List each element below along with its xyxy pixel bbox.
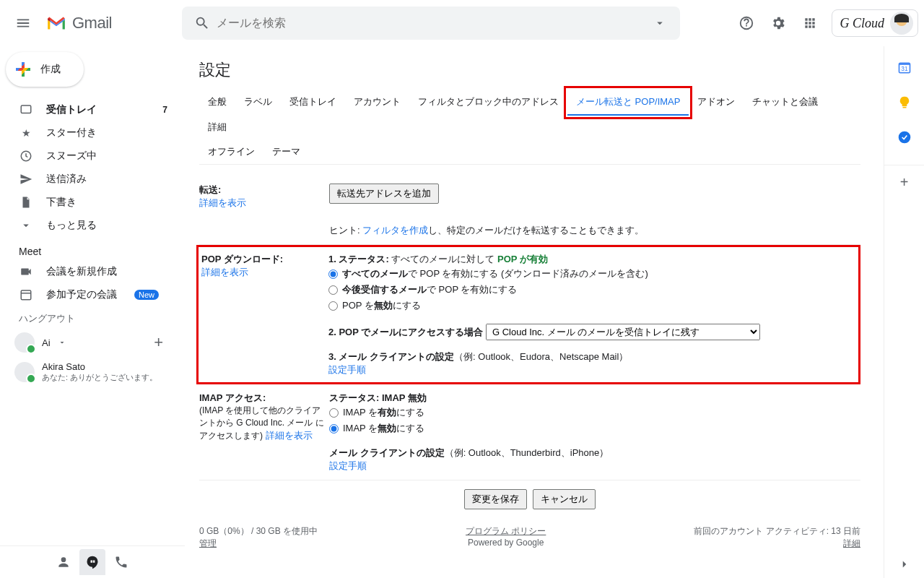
nav-label: 下書き xyxy=(46,196,77,209)
hangouts-tab[interactable] xyxy=(79,549,105,575)
pop-radio-disable[interactable] xyxy=(328,301,338,311)
pop-radio-all[interactable] xyxy=(328,269,338,279)
pop-option-disable[interactable]: POP を無効にする xyxy=(328,298,853,314)
contact-last-message: あなた: ありがとうございます。 xyxy=(42,372,157,383)
nav-inbox[interactable]: 受信トレイ 7 xyxy=(0,98,176,121)
account-switcher[interactable]: G Cloud xyxy=(832,9,918,37)
pop-option-new[interactable]: 今後受信するメールで POP を有効にする xyxy=(328,282,853,298)
imap-radio-enable[interactable] xyxy=(329,408,339,418)
activity-details-link[interactable]: 詳細 xyxy=(843,538,860,548)
add-hangout-button[interactable]: + xyxy=(154,333,176,352)
manage-storage-link[interactable]: 管理 xyxy=(199,538,217,548)
nav-label: 会議を新規作成 xyxy=(46,265,117,278)
tab-general[interactable]: 全般 xyxy=(199,90,235,115)
person-icon xyxy=(56,555,71,569)
program-policy-link[interactable]: プログラム ポリシー xyxy=(466,526,546,536)
tab-filters[interactable]: フィルタとブロック中のアドレス xyxy=(409,90,567,115)
imap-status-label: ステータス: xyxy=(329,392,379,403)
chevron-right-icon xyxy=(898,558,911,571)
contacts-tab[interactable] xyxy=(51,549,77,575)
chevron-down-icon xyxy=(19,219,33,232)
nav-more[interactable]: もっと見る xyxy=(0,214,176,237)
avatar xyxy=(890,12,913,35)
tab-forwarding-pop-imap[interactable]: メール転送と POP/IMAP xyxy=(567,90,689,116)
tab-chat[interactable]: チャットと会議 xyxy=(744,90,827,115)
hangout-self-name: Ai xyxy=(42,337,51,348)
pop-action-dropdown[interactable]: G Cloud Inc. メール のメールを受信トレイに残す xyxy=(486,324,760,340)
imap-option-disable[interactable]: IMAP を無効にする xyxy=(329,420,860,436)
gear-icon xyxy=(770,15,786,31)
nav-label: スヌーズ中 xyxy=(46,150,97,163)
tasks-addon[interactable] xyxy=(892,124,918,150)
nav-label: 参加予定の会議 xyxy=(46,288,117,301)
keep-addon[interactable] xyxy=(892,90,918,116)
inbox-count: 7 xyxy=(162,105,167,115)
tab-labels[interactable]: ラベル xyxy=(235,90,281,115)
tab-offline[interactable]: オフライン xyxy=(199,139,263,164)
add-forwarding-address-button[interactable]: 転送先アドレスを追加 xyxy=(329,184,439,204)
tab-advanced[interactable]: 詳細 xyxy=(199,115,235,139)
collapse-side-panel[interactable] xyxy=(898,558,911,571)
meet-section-title: Meet xyxy=(0,237,185,260)
main-content: 設定 全般 ラベル 受信トレイ アカウント フィルタとブロック中のアドレス メー… xyxy=(185,46,884,578)
powered-by: Powered by Google xyxy=(466,538,546,548)
imap-radio-disable[interactable] xyxy=(329,424,339,434)
header: Gmail G Cloud xyxy=(0,0,924,46)
save-button[interactable]: 変更を保存 xyxy=(464,489,527,509)
forwarding-hint: ヒント: フィルタを作成し、特定のメールだけを転送することもできます。 xyxy=(329,224,860,237)
search-input[interactable] xyxy=(217,17,645,30)
imap-instructions-link[interactable]: 設定手順 xyxy=(329,460,367,471)
forwarding-learn-more[interactable]: 詳細を表示 xyxy=(199,197,246,208)
compose-button[interactable]: 作成 xyxy=(6,52,84,87)
pop-option-all[interactable]: すべてのメールで POP を有効にする (ダウンロード済みのメールを含む) xyxy=(328,266,853,282)
settings-button[interactable] xyxy=(764,9,793,38)
send-icon xyxy=(19,173,33,186)
main-menu-button[interactable] xyxy=(6,6,40,40)
imap-client-label: メール クライアントの設定 xyxy=(329,447,445,458)
phone-tab[interactable] xyxy=(108,549,134,575)
tab-addons[interactable]: アドオン xyxy=(689,90,744,115)
nav-drafts[interactable]: 下書き xyxy=(0,191,176,214)
hangouts-icon xyxy=(85,555,100,569)
page-title: 設定 xyxy=(199,59,860,81)
forwarding-label: 転送: xyxy=(199,184,329,197)
imap-learn-more[interactable]: 詳細を表示 xyxy=(266,430,313,441)
calendar-icon xyxy=(19,288,33,301)
nav-sent[interactable]: 送信済み xyxy=(0,168,176,191)
tab-themes[interactable]: テーマ xyxy=(263,139,309,164)
caret-down-icon xyxy=(653,17,666,30)
nav-starred[interactable]: ★ スター付き xyxy=(0,121,176,144)
pop-instructions-link[interactable]: 設定手順 xyxy=(328,364,366,375)
apps-button[interactable] xyxy=(796,9,824,38)
create-filter-link[interactable]: フィルタを作成 xyxy=(362,225,428,236)
pop-radio-new[interactable] xyxy=(328,285,338,295)
cancel-button[interactable]: キャンセル xyxy=(533,489,596,509)
settings-tabs: 全般 ラベル 受信トレイ アカウント フィルタとブロック中のアドレス メール転送… xyxy=(199,90,860,165)
account-name: G Cloud xyxy=(840,16,884,31)
hangout-contact[interactable]: Akira Sato あなた: ありがとうございます。 xyxy=(0,357,185,387)
meet-new[interactable]: 会議を新規作成 xyxy=(0,260,176,283)
search-bar[interactable] xyxy=(182,7,680,40)
logo[interactable]: Gmail xyxy=(46,14,176,33)
calendar-addon[interactable]: 31 xyxy=(892,55,918,81)
meet-scheduled[interactable]: 参加予定の会議 New xyxy=(0,283,176,306)
tab-inbox[interactable]: 受信トレイ xyxy=(281,90,345,115)
tab-accounts[interactable]: アカウント xyxy=(345,90,409,115)
nav-snoozed[interactable]: スヌーズ中 xyxy=(0,144,176,168)
svg-rect-6 xyxy=(902,107,906,108)
pop-status-label: 1. ステータス: xyxy=(328,254,389,264)
help-button[interactable] xyxy=(732,9,761,38)
pop-status-value: POP が有効 xyxy=(497,254,548,264)
svg-text:31: 31 xyxy=(901,65,908,72)
hangout-self[interactable]: Ai + xyxy=(0,328,185,357)
pop-label: POP ダウンロード: xyxy=(201,253,328,266)
contact-name: Akira Sato xyxy=(42,361,157,372)
get-addons-button[interactable]: + xyxy=(884,165,924,191)
hangouts-footer xyxy=(0,545,185,578)
calendar-icon: 31 xyxy=(897,61,912,75)
footer-info: 0 GB（0%） / 30 GB を使用中 管理 プログラム ポリシー Powe… xyxy=(199,518,860,550)
search-options-button[interactable] xyxy=(645,17,674,30)
pop-learn-more[interactable]: 詳細を表示 xyxy=(201,267,248,277)
imap-section: IMAP アクセス: (IMAP を使用して他のクライアントから G Cloud… xyxy=(199,384,860,480)
imap-option-enable[interactable]: IMAP を有効にする xyxy=(329,405,860,420)
